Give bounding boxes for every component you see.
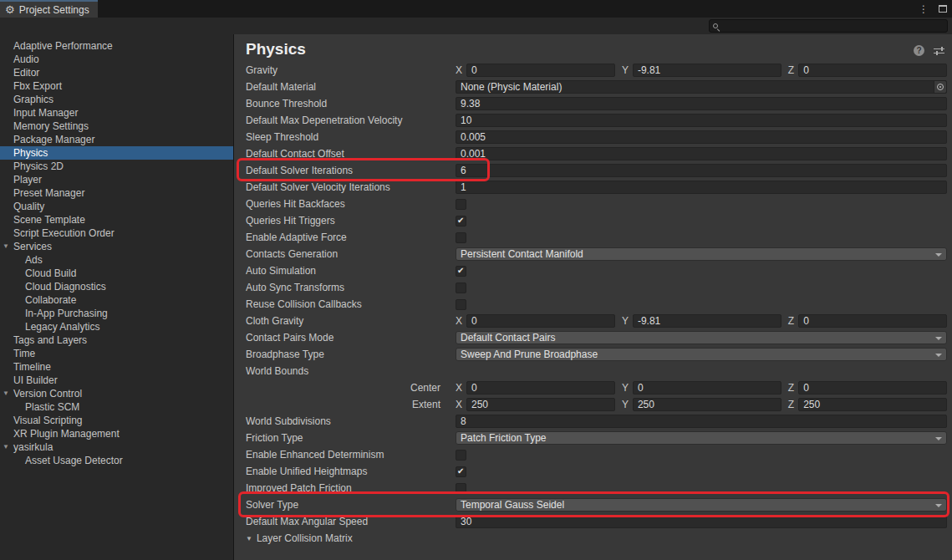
setting-label: World Bounds bbox=[246, 365, 456, 377]
sidebar-item-label: Cloud Build bbox=[25, 267, 76, 279]
sidebar-item-label: Asset Usage Detector bbox=[25, 455, 123, 466]
setting-label: Default Max Angular Speed bbox=[246, 516, 456, 527]
sidebar-item-adaptive-performance[interactable]: Adaptive Performance bbox=[0, 39, 233, 53]
default-max-angular-speed-input[interactable]: 30 bbox=[456, 515, 947, 528]
solver-type-dropdown[interactable]: Temporal Gauss Seidel bbox=[456, 498, 947, 512]
sleep-threshold-input[interactable]: 0.005 bbox=[456, 130, 947, 144]
default-solver-velocity-iterations-input[interactable]: 1 bbox=[456, 181, 947, 194]
sidebar-item-player[interactable]: Player bbox=[0, 173, 233, 186]
sidebar-item-quality[interactable]: Quality bbox=[0, 200, 233, 213]
sidebar-item-cloud-diagnostics[interactable]: Cloud Diagnostics bbox=[0, 280, 233, 293]
sidebar-item-xr-plugin-management[interactable]: XR Plugin Management bbox=[0, 427, 233, 440]
sidebar-item-package-manager[interactable]: Package Manager bbox=[0, 133, 233, 146]
sidebar-item-physics[interactable]: Physics bbox=[0, 146, 233, 160]
setting-value: 8 bbox=[456, 415, 947, 428]
world-subdivisions-input[interactable]: 8 bbox=[456, 415, 947, 428]
sidebar-item-asset-usage-detector[interactable]: Asset Usage Detector bbox=[0, 454, 233, 467]
sidebar-item-version-control[interactable]: ▼Version Control bbox=[0, 387, 233, 400]
sidebar-item-ui-builder[interactable]: UI Builder bbox=[0, 374, 233, 387]
row-enable-enhanced-determinism: Enable Enhanced Determinism bbox=[234, 446, 952, 463]
z-input[interactable]: 0 bbox=[798, 64, 947, 77]
sidebar-item-cloud-build[interactable]: Cloud Build bbox=[0, 267, 233, 280]
queries-hit-backfaces-checkbox[interactable] bbox=[456, 199, 466, 210]
queries-hit-triggers-checkbox[interactable] bbox=[456, 216, 466, 227]
sidebar-item-memory-settings[interactable]: Memory Settings bbox=[0, 120, 233, 133]
sidebar-item-yasirkula[interactable]: ▼yasirkula bbox=[0, 440, 233, 454]
kebab-menu-icon[interactable]: ⋮ bbox=[919, 3, 929, 15]
preset-icon[interactable] bbox=[934, 45, 944, 56]
tab-project-settings[interactable]: ⚙ Project Settings bbox=[0, 0, 98, 18]
tree-expander-icon[interactable]: ▼ bbox=[3, 387, 9, 400]
z-input[interactable]: 0 bbox=[798, 381, 947, 395]
tree-expander-icon[interactable]: ▼ bbox=[3, 240, 9, 253]
object-field-value: None (Physic Material) bbox=[461, 81, 562, 93]
sidebar-item-audio[interactable]: Audio bbox=[0, 53, 233, 66]
z-input[interactable]: 0 bbox=[798, 314, 947, 328]
reuse-collision-callbacks-checkbox[interactable] bbox=[456, 299, 466, 310]
foldout-arrow-icon[interactable]: ▼ bbox=[246, 535, 252, 542]
y-input[interactable]: 0 bbox=[633, 381, 781, 395]
sidebar-item-ads[interactable]: Ads bbox=[0, 253, 233, 267]
x-input[interactable]: 250 bbox=[466, 398, 615, 411]
enable-enhanced-determinism-checkbox[interactable] bbox=[456, 450, 466, 461]
contacts-generation-dropdown[interactable]: Persistent Contact Manifold bbox=[456, 247, 947, 261]
sidebar-item-graphics[interactable]: Graphics bbox=[0, 93, 233, 106]
contact-pairs-mode-dropdown[interactable]: Default Contact Pairs bbox=[456, 331, 947, 344]
sidebar-item-visual-scripting[interactable]: Visual Scripting bbox=[0, 414, 233, 427]
x-input[interactable]: 0 bbox=[466, 381, 615, 395]
default-contact-offset-input[interactable]: 0.001 bbox=[456, 147, 947, 160]
sidebar-item-legacy-analytics[interactable]: Legacy Analytics bbox=[0, 320, 233, 333]
setting-label: Default Solver Iterations bbox=[246, 165, 456, 176]
sidebar-item-in-app-purchasing[interactable]: In-App Purchasing bbox=[0, 307, 233, 320]
object-picker-icon[interactable] bbox=[934, 81, 946, 93]
search-box[interactable] bbox=[709, 19, 948, 33]
sidebar-item-services[interactable]: ▼Services bbox=[0, 240, 233, 253]
sidebar-item-editor[interactable]: Editor bbox=[0, 66, 233, 79]
bounce-threshold-input[interactable]: 9.38 bbox=[456, 97, 947, 110]
default-max-depenetration-velocity-input[interactable]: 10 bbox=[456, 114, 947, 127]
sidebar-item-collaborate[interactable]: Collaborate bbox=[0, 293, 233, 307]
x-input[interactable]: 0 bbox=[466, 64, 615, 77]
default-solver-iterations-input[interactable]: 6 bbox=[456, 164, 947, 177]
row-queries-hit-backfaces: Queries Hit Backfaces bbox=[234, 196, 952, 212]
row-contacts-generation: Contacts GenerationPersistent Contact Ma… bbox=[234, 246, 952, 262]
sidebar-item-preset-manager[interactable]: Preset Manager bbox=[0, 186, 233, 200]
sidebar-item-time[interactable]: Time bbox=[0, 347, 233, 360]
sidebar-item-label: Cloud Diagnostics bbox=[25, 281, 106, 293]
sidebar-item-tags-and-layers[interactable]: Tags and Layers bbox=[0, 333, 233, 347]
sidebar-item-input-manager[interactable]: Input Manager bbox=[0, 106, 233, 120]
improved-patch-friction-checkbox[interactable] bbox=[456, 483, 466, 494]
x-input[interactable]: 0 bbox=[466, 314, 615, 328]
help-icon[interactable]: ? bbox=[914, 45, 924, 56]
enable-adaptive-force-checkbox[interactable] bbox=[456, 232, 466, 243]
sidebar-item-physics-2d[interactable]: Physics 2D bbox=[0, 160, 233, 173]
tree-expander-icon[interactable]: ▼ bbox=[3, 440, 9, 454]
y-input[interactable]: -9.81 bbox=[633, 314, 781, 328]
setting-label: Cloth Gravity bbox=[246, 315, 456, 327]
axis-label-y: Y bbox=[622, 382, 629, 394]
setting-label: Improved Patch Friction bbox=[246, 482, 456, 494]
maximize-icon[interactable] bbox=[939, 5, 947, 13]
enable-unified-heightmaps-checkbox[interactable] bbox=[456, 466, 466, 477]
sidebar-item-timeline[interactable]: Timeline bbox=[0, 360, 233, 374]
setting-label: Contacts Generation bbox=[246, 248, 456, 260]
default-material-object-field[interactable]: None (Physic Material) bbox=[456, 80, 947, 94]
friction-type-dropdown[interactable]: Patch Friction Type bbox=[456, 431, 947, 445]
foldout-label[interactable]: Layer Collision Matrix bbox=[257, 532, 353, 544]
setting-value bbox=[456, 216, 947, 227]
y-input[interactable]: 250 bbox=[633, 398, 781, 411]
broadphase-type-dropdown[interactable]: Sweep And Prune Broadphase bbox=[456, 348, 947, 361]
physics-settings-panel: Physics ? GravityX0Y-9.81Z0Default Mater… bbox=[234, 34, 952, 560]
sidebar-item-plastic-scm[interactable]: Plastic SCM bbox=[0, 400, 233, 414]
sidebar-item-script-execution-order[interactable]: Script Execution Order bbox=[0, 227, 233, 240]
axis-label-y: Y bbox=[622, 315, 629, 327]
sidebar-item-scene-template[interactable]: Scene Template bbox=[0, 213, 233, 227]
sidebar-item-fbx-export[interactable]: Fbx Export bbox=[0, 79, 233, 93]
setting-label: Extent bbox=[246, 399, 456, 410]
setting-value: X0Y-9.81Z0 bbox=[456, 64, 947, 77]
auto-simulation-checkbox[interactable] bbox=[456, 266, 466, 277]
search-input[interactable] bbox=[721, 21, 944, 31]
z-input[interactable]: 250 bbox=[798, 398, 947, 411]
auto-sync-transforms-checkbox[interactable] bbox=[456, 283, 466, 293]
y-input[interactable]: -9.81 bbox=[633, 64, 781, 77]
